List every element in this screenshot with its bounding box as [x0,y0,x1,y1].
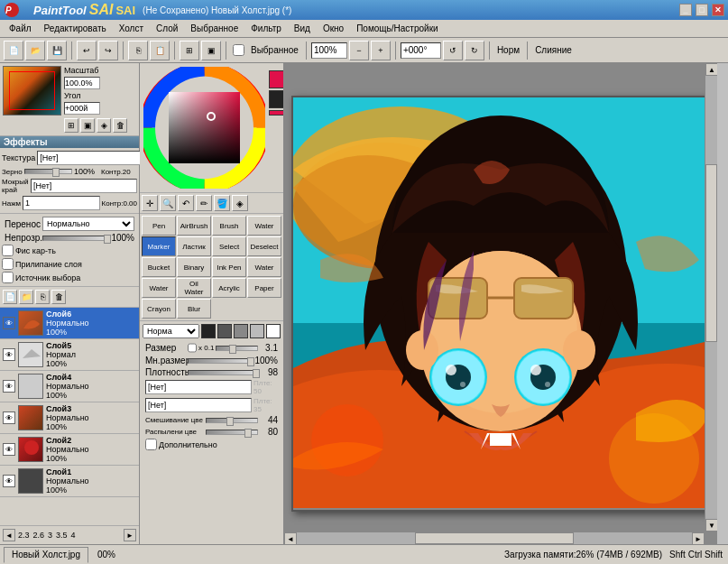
attach-checkbox[interactable] [2,258,14,270]
tool-deselect[interactable]: Deselect [247,236,281,256]
menu-canvas[interactable]: Холст [114,23,149,34]
size-checkbox[interactable] [188,342,197,354]
fix-checkbox[interactable] [2,245,14,256]
zoom-out-button[interactable]: − [349,41,369,60]
color-wheel-container[interactable] [143,67,265,189]
tool-select[interactable]: Select [212,236,246,256]
selected-checkbox[interactable] [233,44,244,56]
toolbar-redo[interactable]: ↪ [98,41,118,60]
rotation-input[interactable] [401,42,441,59]
vscroll-down[interactable]: ▼ [705,519,717,532]
layer-eye-5[interactable]: 👁 [3,348,15,361]
layer-item-3[interactable]: 👁 Слой3 Нормально 100% [0,402,139,434]
tool-airbrush[interactable]: AirBrush [177,216,211,236]
menu-edit[interactable]: Редактировать [39,23,112,34]
tool-inkpen[interactable]: Ink Pen [212,257,246,277]
toolbar-new[interactable]: 📄 [4,41,23,60]
layer-copy-btn[interactable]: ⎘ [35,290,50,304]
layer-eye-2[interactable]: 👁 [3,443,15,456]
tool-water[interactable]: Water [247,216,281,236]
scale-input[interactable] [64,77,100,89]
swatch-bg[interactable] [269,90,284,108]
tool-water2[interactable]: Water [247,257,281,277]
tool-bucket[interactable]: Bucket [142,257,176,277]
nav-btn1[interactable]: ⊞ [64,118,78,133]
grain-slider[interactable] [24,169,72,174]
vscroll-track[interactable] [705,76,717,519]
tool-pen[interactable]: Pen [142,216,176,236]
eyedrop-tool[interactable]: ✏ [196,195,212,211]
color1-input[interactable] [145,380,252,394]
menu-filter[interactable]: Фильтр [245,23,287,34]
layer-eye-3[interactable]: 👁 [3,411,15,424]
size-slider[interactable] [216,346,258,351]
zoom-tool[interactable]: 🔍 [160,195,176,211]
angle-input[interactable] [64,102,100,115]
rotate-left-button[interactable]: ↺ [443,41,463,60]
layer-add-btn[interactable]: 📄 [3,290,17,304]
blend-mode-select[interactable]: Нормально Умножение Экран [42,217,134,231]
menu-file[interactable]: Файл [4,23,37,34]
color-dark[interactable] [217,324,232,338]
layer-item-4[interactable]: 👁 Слой4 Нормально 100% [0,371,139,402]
tool-brush[interactable]: Brush [212,216,246,236]
toolbar-open[interactable]: 📂 [25,41,45,60]
tool-water3[interactable]: Water [142,278,176,298]
wetedge-input[interactable] [31,179,137,193]
hscroll-thumb[interactable] [415,532,573,544]
vscroll-up[interactable]: ▲ [705,63,717,76]
layer-item-6[interactable]: 👁 Слой6 Нормально 100% [0,308,139,339]
swatch-fg[interactable] [269,70,284,88]
toolbar-undo[interactable]: ↩ [77,41,97,60]
menu-view[interactable]: Вид [289,23,316,34]
tool-acrylic[interactable]: Acrylic [212,278,246,298]
hscroll-right[interactable]: ► [692,532,705,544]
color2-input[interactable] [145,398,252,412]
toolbar-paste[interactable]: 📋 [150,41,170,60]
timeline-prev[interactable]: ◄ [3,529,15,541]
layer-item-2[interactable]: 👁 Слой2 Нормально 100% [0,434,139,466]
zoom-in-button[interactable]: + [371,41,391,60]
spread-slider[interactable] [206,430,258,435]
brush-mode-select[interactable]: Норма [143,324,199,338]
minsize-slider[interactable] [188,358,251,364]
tool-oilwater[interactable]: Oil Water [177,278,211,298]
toolbar-copy[interactable]: ⎘ [128,41,148,60]
rotate-right-button[interactable]: ↻ [465,41,484,60]
color-light[interactable] [250,324,264,338]
texture-input[interactable] [37,151,143,165]
hscroll-track[interactable] [297,532,692,544]
maximize-button[interactable]: □ [696,4,708,16]
vscroll-thumb[interactable] [705,164,717,341]
layer-item-5[interactable]: 👁 Слой5 Нормал 100% [0,339,139,371]
canvas-container[interactable] [284,63,717,544]
nav-btn2[interactable]: ▣ [80,118,95,133]
tool-marker[interactable]: Marker [142,236,176,256]
density-slider[interactable] [188,370,258,375]
tool-blur[interactable]: Blur [177,299,211,319]
timeline-next[interactable]: ► [124,529,136,541]
color-black[interactable] [201,324,216,338]
nav-btn3[interactable]: ◈ [97,118,111,133]
canvas-wrapper[interactable]: ▲ ▼ ◄ ► [284,63,717,544]
tool-paper[interactable]: Paper [247,278,281,298]
toolbar-select[interactable]: ▣ [201,41,221,60]
mix-slider[interactable] [206,418,258,423]
tab-canvas[interactable]: Новый Холст.jpg [4,547,88,563]
fill-tool[interactable]: 🪣 [214,195,230,211]
toolbar-transform[interactable]: ⊞ [180,41,199,60]
opacity-slider[interactable] [42,236,107,241]
toolbar-save[interactable]: 💾 [47,41,67,60]
rotate-tool[interactable]: ↶ [178,195,194,211]
color-white[interactable] [266,324,281,338]
zoom-input[interactable] [311,42,347,59]
layer-delete-btn[interactable]: 🗑 [51,290,66,304]
extra-tool[interactable]: ◈ [232,195,248,211]
layer-group-btn[interactable]: 📁 [19,290,33,304]
tool-binary[interactable]: Binary [177,257,211,277]
layer-eye-6[interactable]: 👁 [3,317,15,329]
menu-layer[interactable]: Слой [151,23,183,34]
press-input[interactable] [23,196,99,210]
move-tool[interactable]: ✛ [142,195,158,211]
tool-eraser[interactable]: Ластик [177,236,211,256]
